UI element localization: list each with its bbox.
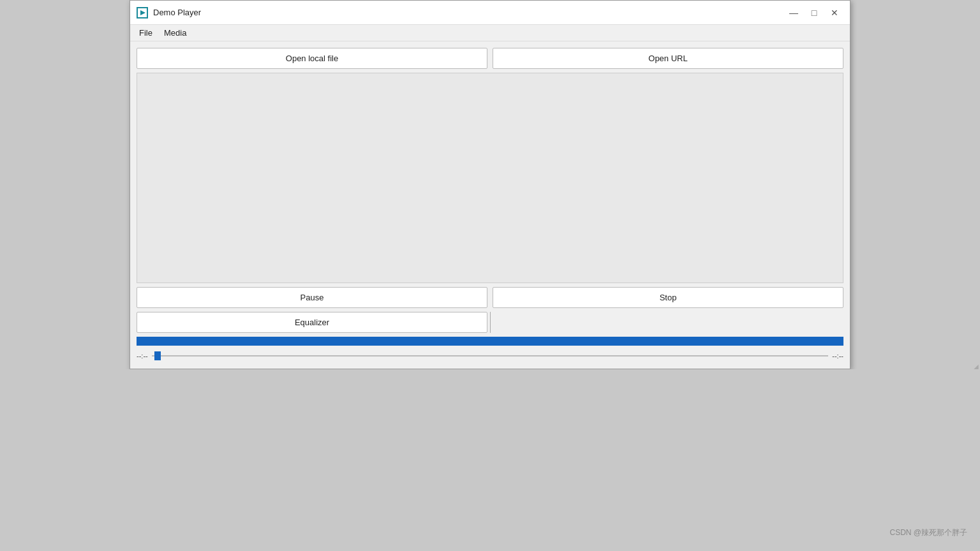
app-icon [137, 7, 148, 18]
equalizer-button[interactable]: Equalizer [137, 312, 487, 333]
volume-bar[interactable] [137, 337, 843, 346]
total-time-label: --:-- [832, 352, 843, 360]
bottom-controls: Pause Stop Equalizer --:-- [137, 287, 843, 362]
timeline-thumb[interactable] [154, 351, 161, 360]
open-local-file-button[interactable]: Open local file [137, 48, 487, 69]
menu-file[interactable]: File [134, 26, 158, 40]
open-url-button[interactable]: Open URL [493, 48, 843, 69]
title-bar: Demo Player — □ ✕ [130, 1, 850, 25]
top-buttons: Open local file Open URL [137, 48, 843, 69]
menu-bar: File Media [130, 25, 850, 41]
timeline-track[interactable] [152, 355, 829, 356]
maximize-button[interactable]: □ [805, 4, 823, 21]
current-time-label: --:-- [137, 352, 148, 360]
menu-media[interactable]: Media [159, 26, 191, 40]
playback-control-row: Pause Stop [137, 287, 843, 308]
svg-marker-1 [140, 10, 145, 15]
volume-section [493, 312, 843, 333]
timeline-row: --:-- --:-- [137, 349, 843, 362]
equalizer-volume-row: Equalizer [137, 312, 843, 333]
resize-handle[interactable]: ◢ [974, 363, 979, 368]
main-window: Demo Player — □ ✕ File Media Open local … [130, 0, 850, 369]
close-button[interactable]: ✕ [826, 4, 843, 21]
volume-bar-row [137, 337, 843, 346]
splitter [490, 312, 491, 333]
video-area [137, 73, 843, 283]
pause-button[interactable]: Pause [137, 287, 487, 308]
window-title: Demo Player [153, 8, 201, 17]
title-bar-controls: — □ ✕ [785, 4, 843, 21]
title-bar-left: Demo Player [137, 7, 201, 18]
stop-button[interactable]: Stop [493, 287, 843, 308]
minimize-button[interactable]: — [785, 4, 803, 21]
main-content: Open local file Open URL Pause Stop Equa… [130, 41, 850, 369]
